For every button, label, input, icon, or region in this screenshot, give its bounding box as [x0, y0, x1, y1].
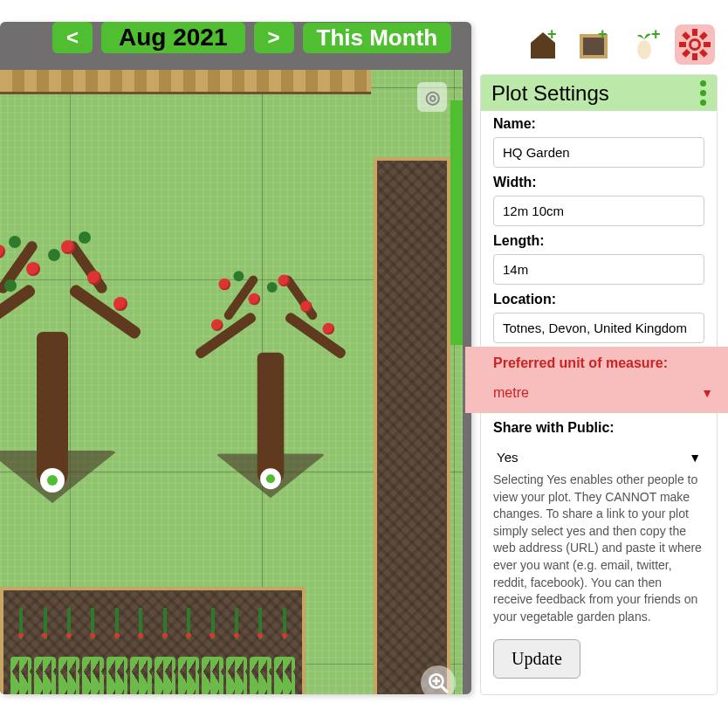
shed-plus-icon: +: [525, 27, 560, 62]
plant-marker-icon[interactable]: [40, 468, 65, 493]
add-bed-button[interactable]: +: [573, 24, 614, 65]
apple-tree[interactable]: [196, 256, 345, 486]
raised-bed-right[interactable]: [374, 157, 450, 694]
svg-rect-15: [699, 31, 708, 40]
gear-icon: [677, 27, 712, 62]
add-plant-button[interactable]: +: [624, 24, 664, 65]
bed-plus-icon: +: [576, 27, 611, 62]
plant-row[interactable]: [10, 596, 295, 639]
svg-rect-18: [699, 49, 708, 58]
canvas-scrollbar[interactable]: [450, 100, 463, 345]
svg-rect-12: [692, 53, 697, 60]
add-marker-button[interactable]: ◎: [417, 82, 447, 112]
plot-settings-panel: Plot Settings Name: Width: Length: Locat…: [480, 74, 718, 695]
svg-rect-13: [679, 42, 686, 47]
svg-point-19: [691, 41, 698, 48]
share-value: Yes: [497, 450, 518, 465]
update-button[interactable]: Update: [493, 639, 580, 679]
svg-rect-17: [682, 31, 690, 40]
svg-rect-14: [704, 42, 711, 47]
svg-rect-11: [692, 29, 697, 36]
settings-button[interactable]: [675, 24, 715, 65]
prev-month-button[interactable]: <: [52, 22, 93, 53]
apple-tree[interactable]: [0, 218, 140, 489]
svg-text:+: +: [547, 27, 557, 43]
svg-text:+: +: [598, 27, 608, 43]
location-label: Location:: [493, 292, 556, 307]
plant-row[interactable]: [10, 651, 295, 694]
svg-line-1: [441, 686, 448, 693]
share-label: Share with Public:: [493, 420, 615, 435]
width-label: Width:: [493, 175, 537, 190]
this-month-button[interactable]: This Month: [303, 23, 452, 53]
length-input[interactable]: [493, 254, 704, 285]
chevron-down-icon: ▼: [701, 386, 713, 400]
chevron-down-icon: ▼: [689, 451, 701, 465]
garden-canvas[interactable]: ◎: [0, 70, 463, 694]
current-date-label[interactable]: Aug 2021: [101, 22, 245, 53]
unit-of-measure-group: Preferred unit of measure: metre ▼: [465, 347, 728, 413]
width-input[interactable]: [493, 196, 704, 226]
vegetable-plus-icon: +: [627, 27, 662, 62]
toolbar: + + +: [523, 24, 715, 65]
svg-rect-16: [682, 49, 690, 58]
svg-text:+: +: [651, 27, 661, 43]
date-nav: < Aug 2021 > This Month: [52, 22, 451, 53]
panel-menu-button[interactable]: [700, 80, 706, 106]
share-help-text: Selecting Yes enables other people to vi…: [481, 466, 717, 631]
name-input[interactable]: [493, 137, 704, 168]
panel-title: Plot Settings: [491, 81, 609, 106]
unit-value: metre: [493, 385, 529, 401]
name-label: Name:: [493, 116, 536, 131]
add-structure-button[interactable]: +: [523, 24, 563, 65]
location-input[interactable]: [493, 313, 704, 343]
magnifier-plus-icon: [427, 672, 450, 694]
length-label: Length:: [493, 233, 545, 248]
raised-bed-bottom[interactable]: [0, 587, 306, 694]
plant-marker-icon[interactable]: [260, 468, 281, 489]
svg-point-8: [637, 40, 651, 59]
unit-label: Preferred unit of measure:: [493, 355, 668, 370]
zoom-in-button[interactable]: [421, 665, 456, 694]
share-select[interactable]: Yes ▼: [493, 441, 704, 465]
next-month-button[interactable]: >: [254, 22, 294, 53]
fence: [0, 70, 371, 94]
panel-header: Plot Settings: [481, 75, 717, 111]
unit-select[interactable]: metre ▼: [493, 376, 717, 401]
garden-canvas-frame: ◎: [0, 22, 471, 694]
